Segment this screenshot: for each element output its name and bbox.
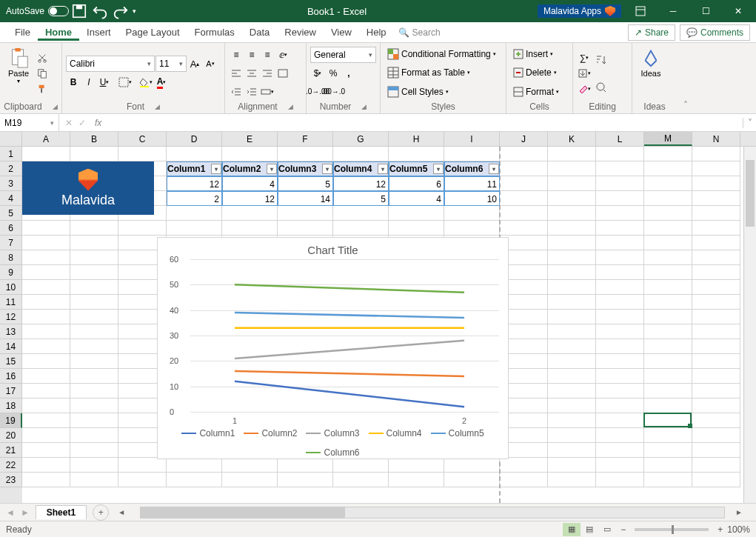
undo-icon[interactable] [92, 3, 108, 19]
menu-help[interactable]: Help [359, 24, 394, 41]
format-as-table-button[interactable]: Format as Table▾ [384, 65, 499, 80]
table-header[interactable]: Column5▾ [389, 161, 444, 176]
row-header-9[interactable]: 9 [0, 265, 22, 280]
search-box[interactable]: 🔍Search [394, 26, 445, 39]
insert-cells-button[interactable]: Insert▾ [510, 47, 562, 61]
conditional-formatting-button[interactable]: Conditional Formatting▾ [384, 47, 499, 61]
col-header-K[interactable]: K [548, 132, 596, 146]
format-cells-button[interactable]: Format▾ [510, 85, 562, 99]
menu-data[interactable]: Data [242, 24, 277, 41]
underline-button[interactable]: U▾ [97, 75, 112, 90]
menu-page-layout[interactable]: Page Layout [118, 24, 187, 41]
comma-icon[interactable]: , [341, 66, 356, 81]
table-header[interactable]: Column3▾ [278, 161, 333, 176]
font-color-button[interactable]: A▾ [154, 75, 169, 90]
name-box[interactable]: M19▾ [0, 114, 59, 131]
enter-fx-icon[interactable]: ✓ [78, 118, 86, 128]
row-header-22[interactable]: 22 [0, 458, 22, 473]
menu-formulas[interactable]: Formulas [187, 24, 242, 41]
table-cell[interactable]: 14 [278, 191, 333, 206]
number-launcher[interactable]: ◢ [361, 103, 367, 110]
redo-icon[interactable] [113, 3, 129, 19]
col-header-L[interactable]: L [596, 132, 644, 146]
col-header-D[interactable]: D [167, 132, 222, 146]
ideas-button[interactable]: Ideas [636, 45, 666, 90]
align-top-icon[interactable]: ≡ [229, 47, 244, 62]
col-header-E[interactable]: E [222, 132, 278, 146]
row-header-3[interactable]: 3 [0, 176, 22, 191]
row-header-6[interactable]: 6 [0, 221, 22, 236]
table-header[interactable]: Column2▾ [222, 161, 278, 176]
table-cell[interactable]: 5 [333, 191, 389, 206]
row-header-11[interactable]: 11 [0, 295, 22, 310]
bold-button[interactable]: B [66, 75, 81, 90]
tab-prev-icon[interactable]: ◄ [3, 507, 18, 518]
malavida-badge[interactable]: Malavida Apps [538, 4, 621, 18]
sort-filter-icon[interactable] [593, 46, 608, 73]
col-header-F[interactable]: F [278, 132, 333, 146]
font-launcher[interactable]: ◢ [155, 103, 160, 110]
table-header[interactable]: Column1▾ [167, 161, 222, 176]
align-right-icon[interactable] [260, 66, 275, 81]
cut-icon[interactable] [35, 50, 50, 65]
table-cell[interactable]: 11 [444, 176, 500, 191]
zoom-out-button[interactable]: − [620, 524, 626, 535]
tab-next-icon[interactable]: ► [18, 507, 33, 518]
increase-font-icon[interactable]: A▴ [187, 56, 202, 71]
align-center-icon[interactable] [244, 66, 259, 81]
table-cell[interactable]: 10 [444, 191, 500, 206]
find-select-icon[interactable] [593, 73, 608, 100]
collapse-ribbon-icon[interactable]: ˄ [677, 43, 695, 113]
clipboard-launcher[interactable]: ◢ [53, 103, 58, 110]
horizontal-scrollbar[interactable]: ◄► [118, 507, 747, 518]
col-header-C[interactable]: C [118, 132, 167, 146]
row-header-7[interactable]: 7 [0, 236, 22, 250]
table-header[interactable]: Column6▾ [444, 161, 500, 176]
zoom-in-button[interactable]: + [717, 524, 723, 535]
col-header-M[interactable]: M [644, 132, 692, 146]
page-layout-view-button[interactable]: ▤ [581, 523, 598, 536]
vertical-scrollbar[interactable] [743, 147, 756, 503]
cell-styles-button[interactable]: Cell Styles▾ [384, 84, 499, 99]
row-header-17[interactable]: 17 [0, 384, 22, 398]
table-cell[interactable]: 4 [222, 176, 278, 191]
wrap-text-icon[interactable] [275, 66, 290, 81]
page-break-view-button[interactable]: ▭ [598, 523, 616, 536]
filter-icon[interactable]: ▾ [378, 164, 388, 174]
col-header-N[interactable]: N [692, 132, 740, 146]
cells-grid[interactable]: MalavidaColumn1▾Column2▾Column3▾Column4▾… [22, 147, 756, 503]
table-cell[interactable]: 4 [389, 191, 444, 206]
share-button[interactable]: ↗Share [628, 24, 675, 41]
col-header-J[interactable]: J [500, 132, 548, 146]
currency-icon[interactable]: $▾ [310, 66, 325, 81]
table-cell[interactable]: 5 [278, 176, 333, 191]
col-header-B[interactable]: B [70, 132, 118, 146]
sum-icon[interactable]: ∑▾ [577, 50, 592, 65]
percent-icon[interactable]: % [326, 66, 341, 81]
table-cell[interactable]: 12 [167, 176, 222, 191]
maximize-button[interactable]: ☐ [689, 0, 722, 22]
clear-icon[interactable]: ▾ [577, 81, 592, 96]
filter-icon[interactable]: ▾ [489, 164, 499, 174]
italic-button[interactable]: I [81, 75, 96, 90]
menu-insert[interactable]: Insert [79, 24, 118, 41]
toggle-off-icon[interactable] [48, 6, 69, 16]
row-header-10[interactable]: 10 [0, 280, 22, 295]
row-header-5[interactable]: 5 [0, 206, 22, 221]
table-header[interactable]: Column4▾ [333, 161, 389, 176]
row-header-23[interactable]: 23 [0, 473, 22, 487]
table-cell[interactable]: 2 [167, 191, 222, 206]
row-header-12[interactable]: 12 [0, 310, 22, 324]
decrease-decimal-icon[interactable]: .00→.0 [326, 84, 341, 99]
format-painter-icon[interactable] [35, 81, 50, 96]
row-header-2[interactable]: 2 [0, 161, 22, 176]
number-format-combo[interactable]: General▾ [310, 47, 376, 63]
col-header-I[interactable]: I [444, 132, 500, 146]
menu-review[interactable]: Review [277, 24, 324, 41]
decrease-indent-icon[interactable] [229, 84, 244, 99]
menu-file[interactable]: File [7, 24, 38, 41]
add-sheet-button[interactable]: + [93, 504, 109, 521]
cancel-fx-icon[interactable]: ✕ [65, 118, 73, 128]
col-header-H[interactable]: H [389, 132, 444, 146]
formula-input[interactable] [104, 114, 743, 131]
